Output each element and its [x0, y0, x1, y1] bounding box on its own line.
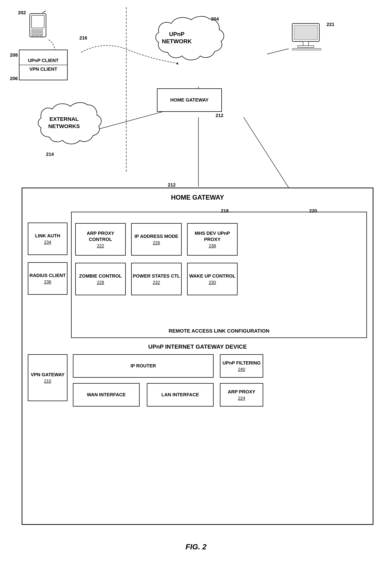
- upnp-client-label: UPnP CLIENT: [28, 58, 59, 64]
- svg-rect-13: [32, 29, 35, 32]
- svg-rect-19: [32, 35, 35, 36]
- power-states-label: POWER STATES CTL: [133, 273, 180, 279]
- ref-204: 204: [211, 16, 219, 22]
- power-states-ref: 232: [153, 280, 160, 285]
- link-auth-box: LINK AUTH 234: [28, 222, 68, 255]
- svg-rect-29: [292, 48, 321, 50]
- upnp-filtering-label: UPnP FILTERING: [222, 360, 261, 366]
- svg-text:EXTERNAL: EXTERNAL: [49, 116, 79, 122]
- home-gateway-outer-box: HOME GATEWAY 218 220 ARP PROXY CONTROL 2…: [22, 187, 373, 525]
- svg-line-10: [42, 11, 46, 13]
- vpn-gateway-label: VPN GATEWAY: [31, 372, 65, 378]
- svg-rect-12: [32, 15, 44, 28]
- home-gateway-top-box: HOME GATEWAY: [157, 88, 222, 112]
- ip-router-box: IP ROUTER: [73, 354, 214, 378]
- ip-address-mode-box: IP ADDRESS MODE 226: [131, 223, 182, 256]
- wake-up-ref: 230: [209, 280, 216, 285]
- ip-router-label: IP ROUTER: [131, 363, 156, 369]
- svg-line-7: [244, 117, 289, 187]
- radius-client-label: RADIUS CLIENT: [30, 272, 66, 279]
- radius-client-box: RADIUS CLIENT 236: [28, 262, 68, 295]
- computer-icon: [289, 22, 325, 50]
- upnp-filtering-ref: 240: [238, 367, 245, 372]
- arp-proxy-label: ARP PROXY CONTROL: [76, 230, 125, 243]
- radius-client-ref: 236: [44, 279, 51, 284]
- arp-proxy-control-box: ARP PROXY CONTROL 222: [75, 223, 126, 256]
- ref-216: 216: [79, 35, 87, 41]
- ip-address-label: IP ADDRESS MODE: [135, 233, 178, 240]
- ref-208: 208: [10, 52, 18, 58]
- wan-interface-box: WAN INTERFACE: [73, 383, 140, 407]
- svg-line-4: [267, 49, 289, 54]
- mhs-dev-label: MHS DEV UPnP PROXY: [188, 230, 237, 243]
- svg-text:UPnP: UPnP: [169, 31, 184, 37]
- svg-rect-17: [36, 32, 39, 35]
- mhs-dev-ref: 238: [209, 243, 216, 248]
- link-auth-ref: 234: [44, 240, 51, 245]
- lan-interface-box: LAN INTERFACE: [147, 383, 214, 407]
- svg-rect-20: [36, 35, 39, 36]
- wan-interface-label: WAN INTERFACE: [87, 392, 126, 398]
- svg-rect-15: [39, 29, 43, 32]
- arp-proxy-ref: 222: [97, 243, 104, 248]
- ref-221: 221: [327, 22, 334, 27]
- arp-proxy2-box: ARP PROXY 224: [220, 383, 263, 407]
- svg-rect-25: [294, 25, 318, 40]
- svg-rect-27: [298, 46, 314, 47]
- home-gateway-inner-label: HOME GATEWAY: [22, 194, 373, 201]
- ref-212-top: 212: [215, 113, 223, 118]
- fig-caption: FIG. 2: [185, 542, 207, 551]
- arp-proxy2-ref: 224: [238, 396, 245, 401]
- vpn-gateway-ref: 210: [44, 379, 51, 384]
- svg-text:NETWORKS: NETWORKS: [48, 123, 80, 129]
- upnp-network-cloud: UPnP NETWORK: [153, 14, 229, 83]
- ref-206: 206: [10, 76, 18, 81]
- power-states-box: POWER STATES CTL 232: [131, 263, 182, 295]
- ref-202: 202: [18, 10, 26, 15]
- home-gateway-top-label: HOME GATEWAY: [170, 97, 209, 103]
- upnp-internet-label: UPnP INTERNET GATEWAY DEVICE: [22, 343, 373, 350]
- vpn-client-label: VPN CLIENT: [29, 66, 57, 72]
- diagram: 202 UPnP CLIENT VPN CLIENT 208 206 216 U…: [0, 0, 392, 562]
- wake-up-label: WAKE UP CONTROL: [189, 273, 236, 279]
- svg-rect-26: [303, 41, 309, 46]
- svg-text:NETWORK: NETWORK: [162, 38, 191, 45]
- svg-line-5: [95, 112, 162, 130]
- arp-proxy2-label: ARP PROXY: [228, 389, 255, 395]
- svg-rect-18: [39, 32, 43, 35]
- zombie-label: ZOMBIE CONTROL: [79, 273, 122, 279]
- ip-address-ref: 226: [153, 240, 160, 245]
- upnp-vpn-client-box: UPnP CLIENT VPN CLIENT: [19, 50, 68, 80]
- ref-212-lower: 212: [168, 182, 176, 188]
- zombie-ref: 228: [97, 280, 104, 285]
- wake-up-control-box: WAKE UP CONTROL 230: [187, 263, 238, 295]
- link-auth-label: LINK AUTH: [35, 233, 60, 239]
- upnp-filtering-box: UPnP FILTERING 240: [220, 354, 263, 378]
- remote-access-label: REMOTE ACCESS LINK CONFIGURATION: [71, 328, 366, 334]
- mhs-dev-box: MHS DEV UPnP PROXY 238: [187, 223, 238, 256]
- external-networks-cloud: EXTERNAL NETWORKS: [36, 101, 105, 155]
- phone-icon: [26, 11, 50, 43]
- svg-rect-14: [36, 29, 39, 32]
- zombie-control-box: ZOMBIE CONTROL 228: [75, 263, 126, 295]
- vpn-gateway-box: VPN GATEWAY 210: [28, 354, 68, 401]
- ref-214: 214: [46, 152, 54, 157]
- svg-rect-21: [39, 35, 43, 36]
- remote-access-box: ARP PROXY CONTROL 222 IP ADDRESS MODE 22…: [71, 212, 367, 338]
- lan-interface-label: LAN INTERFACE: [161, 392, 199, 398]
- svg-rect-16: [32, 32, 35, 35]
